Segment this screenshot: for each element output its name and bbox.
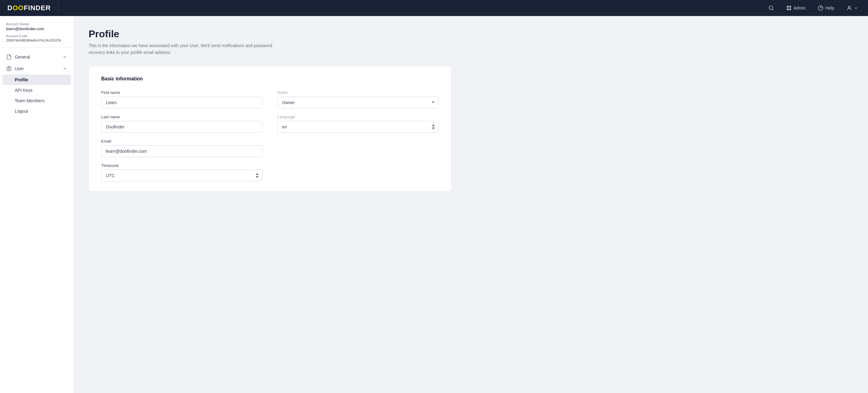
main-layout: Account Owner learn@doofinder.com Accoun… [0, 16, 868, 393]
logo: DOOFINDER [7, 4, 51, 12]
page-title: Profile [89, 28, 853, 40]
user-menu-button[interactable] [844, 4, 861, 12]
help-button[interactable]: Help [815, 4, 837, 12]
roles-label: Roles [277, 90, 439, 95]
sidebar-item-user[interactable]: User [2, 63, 71, 75]
user-label: User [15, 66, 24, 71]
profile-form: First name Last name Email Timezone [101, 90, 439, 181]
timezone-label: Timezone [101, 163, 263, 168]
sidebar-item-team-members[interactable]: Team Members [2, 95, 71, 106]
sidebar-item-profile[interactable]: Profile [2, 75, 71, 85]
first-name-group: First name [101, 90, 263, 108]
last-name-input[interactable] [101, 121, 263, 133]
svg-point-4 [8, 67, 10, 69]
search-icon [768, 5, 774, 11]
sidebar-item-api-keys[interactable]: API Keys [2, 85, 71, 95]
chevron-up-icon [62, 66, 67, 71]
sidebar-item-logout[interactable]: Logout [2, 106, 71, 116]
help-label: Help [825, 5, 834, 10]
account-email: learn@doofinder.com [6, 27, 67, 31]
help-icon [818, 5, 824, 11]
language-select[interactable]: en es fr de [277, 121, 439, 133]
last-name-group: Last name [101, 115, 263, 133]
general-label: General [15, 55, 30, 59]
svg-point-0 [769, 6, 773, 9]
email-input[interactable] [101, 145, 263, 157]
account-code: 20697de34f6384e8c474c24c02107b [6, 38, 67, 42]
page-description: This is the information we have associat… [89, 42, 285, 56]
roles-group: Roles Owner Admin User [277, 90, 439, 108]
first-name-input[interactable] [101, 97, 263, 108]
chevron-down-icon [854, 6, 858, 10]
account-owner-label: Account Owner [6, 22, 67, 26]
language-label: Language [277, 115, 439, 119]
sidebar-item-general[interactable]: General [2, 51, 71, 63]
roles-select[interactable]: Owner Admin User [277, 97, 439, 108]
top-navigation: DOOFINDER Admin Help [0, 0, 868, 16]
first-name-label: First name [101, 90, 263, 95]
chevron-down-icon [62, 55, 67, 59]
email-group: Email [101, 139, 263, 157]
admin-button[interactable]: Admin [784, 4, 808, 12]
main-content: Profile This is the information we have … [74, 16, 868, 393]
form-right-column: Roles Owner Admin User Language en es fr [277, 90, 439, 181]
form-left-column: First name Last name Email Timezone [101, 90, 263, 181]
timezone-group: Timezone UTC America/New_York Europe/Lon… [101, 163, 263, 181]
basic-info-title: Basic information [101, 76, 439, 82]
logo-text: DOOFINDER [7, 4, 51, 12]
admin-icon [786, 5, 792, 11]
sidebar-nav: General User Profile API Keys Team Mem [0, 51, 73, 116]
email-label: Email [101, 139, 263, 143]
user-circle-icon [6, 66, 12, 72]
profile-card: Basic information First name Last name E… [89, 66, 452, 192]
search-button[interactable] [766, 4, 776, 12]
nav-right: Admin Help [766, 4, 861, 12]
language-group: Language en es fr de [277, 115, 439, 133]
user-icon [846, 5, 852, 11]
account-section: Account Owner learn@doofinder.com Accoun… [0, 22, 73, 48]
svg-point-2 [848, 6, 850, 8]
sidebar: Account Owner learn@doofinder.com Accoun… [0, 16, 74, 393]
account-code-label: Account Code [6, 34, 67, 38]
timezone-select[interactable]: UTC America/New_York Europe/London Asia/… [101, 170, 263, 181]
document-icon [6, 54, 12, 60]
last-name-label: Last name [101, 115, 263, 119]
admin-label: Admin [794, 5, 806, 10]
